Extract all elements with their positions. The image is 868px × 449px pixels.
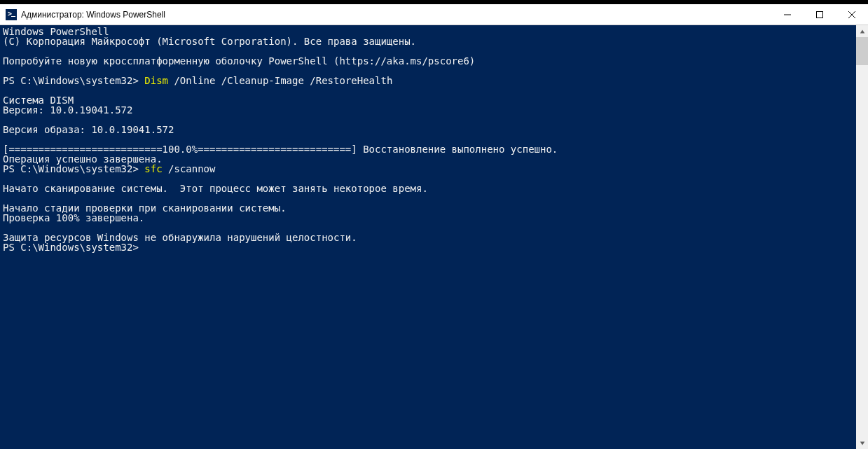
terminal-text: /Online /Cleanup-Image /RestoreHealth [168, 75, 392, 86]
scroll-track[interactable] [856, 37, 868, 437]
powershell-window: Администратор: Windows PowerShell Window… [0, 0, 868, 449]
terminal-line: Операция успешно завершена. [3, 154, 856, 164]
terminal-text: Версия: 10.0.19041.572 [3, 104, 132, 116]
terminal-line [3, 46, 856, 56]
terminal-line [3, 85, 856, 95]
scroll-down-button[interactable] [856, 437, 868, 449]
terminal-line: Версия образа: 10.0.19041.572 [3, 125, 856, 134]
terminal-text: Dism [144, 75, 168, 86]
close-button[interactable] [836, 4, 868, 25]
svg-rect-1 [817, 11, 823, 18]
terminal-text: (C) Корпорация Майкрософт (Microsoft Cor… [3, 36, 416, 47]
terminal-line: PS C:\Windows\system32> sfc /scannow [3, 164, 856, 174]
terminal-line: Начато сканирование системы. Этот процес… [3, 184, 856, 193]
terminal-line: Попробуйте новую кроссплатформенную обол… [3, 56, 856, 66]
terminal-line: Windows PowerShell [3, 27, 856, 36]
minimize-button[interactable] [771, 4, 804, 25]
scroll-thumb[interactable] [856, 37, 868, 65]
powershell-icon [6, 9, 17, 20]
terminal-line [3, 174, 856, 184]
terminal-line: PS C:\Windows\system32> Dism /Online /Cl… [3, 76, 856, 85]
titlebar[interactable]: Администратор: Windows PowerShell [0, 4, 868, 25]
maximize-button[interactable] [804, 4, 836, 25]
window-controls [771, 4, 868, 25]
terminal-text: Начато сканирование системы. Этот процес… [3, 183, 428, 194]
terminal-line: Начало стадии проверки при сканировании … [3, 203, 856, 213]
svg-marker-5 [860, 441, 864, 445]
scroll-up-button[interactable] [856, 25, 868, 37]
vertical-scrollbar[interactable] [856, 25, 868, 449]
terminal-line: Версия: 10.0.19041.572 [3, 105, 856, 115]
terminal-text: Проверка 100% завершена. [3, 212, 144, 223]
terminal-text: PS C:\Windows\system32> [3, 242, 139, 253]
svg-marker-4 [860, 29, 864, 33]
terminal-line [3, 193, 856, 203]
terminal-text: sfc [144, 163, 162, 174]
terminal-text: PS C:\Windows\system32> [3, 163, 144, 174]
window-title: Администратор: Windows PowerShell [21, 10, 771, 20]
terminal-text: Версия образа: 10.0.19041.572 [3, 124, 174, 135]
terminal-line: Cистема DISM [3, 95, 856, 105]
terminal-line: PS C:\Windows\system32> [3, 242, 856, 252]
terminal-text: /scannow [163, 163, 216, 174]
terminal-line [3, 134, 856, 144]
terminal-area: Windows PowerShell(C) Корпорация Майкрос… [0, 25, 868, 449]
terminal-output[interactable]: Windows PowerShell(C) Корпорация Майкрос… [0, 25, 856, 449]
terminal-text: Попробуйте новую кроссплатформенную обол… [3, 55, 475, 67]
terminal-line: [==========================100.0%=======… [3, 144, 856, 154]
terminal-line [3, 223, 856, 233]
terminal-line: Защита ресурсов Windows не обнаружила на… [3, 233, 856, 242]
terminal-text: PS C:\Windows\system32> [3, 75, 144, 86]
terminal-line [3, 115, 856, 125]
terminal-line: Проверка 100% завершена. [3, 213, 856, 223]
terminal-line [3, 66, 856, 76]
terminal-line: (C) Корпорация Майкрософт (Microsoft Cor… [3, 36, 856, 46]
